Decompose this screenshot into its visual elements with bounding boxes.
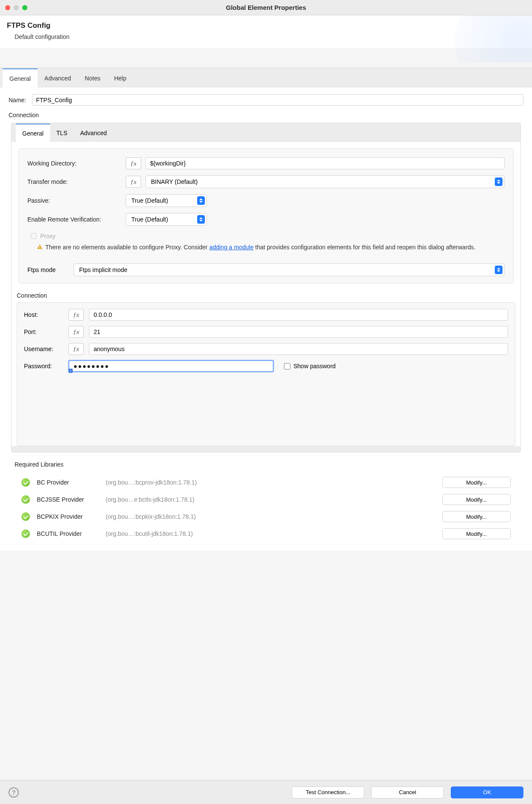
lib-detail: (org.bou…:bcprov-jdk18on:1.78.1) [106, 479, 435, 486]
ok-button[interactable]: OK [451, 786, 523, 798]
lib-row: BCUTIL Provider (org.bou…:bcutil-jdk18on… [21, 525, 511, 542]
lib-detail: (org.bou…:bcutil-jdk18on:1.78.1) [106, 530, 435, 537]
passive-label: Passive: [27, 197, 121, 204]
connection-general-group: Working Directory: ƒx Transfer mode: ƒx … [18, 148, 514, 284]
lib-row: BCPKIX Provider (org.bou…:bcpkix-jdk18on… [21, 508, 511, 525]
chevron-updown-icon [495, 177, 502, 186]
lib-name: BCJSSE Provider [37, 496, 99, 503]
test-connection-button[interactable]: Test Connection... [292, 786, 364, 798]
ftps-mode-select[interactable]: Ftps implicit mode [74, 263, 505, 276]
remote-verification-value: True (Default) [131, 216, 168, 223]
svg-rect-1 [39, 248, 40, 248]
remote-verification-label: Enable Remote Verification: [27, 216, 121, 223]
conn-tab-general[interactable]: General [16, 124, 50, 142]
cancel-button[interactable]: Cancel [371, 786, 444, 798]
tab-notes[interactable]: Notes [78, 68, 107, 87]
username-input[interactable] [89, 343, 508, 355]
required-libraries-panel: BC Provider (org.bou…:bcprov-jdk18on:1.7… [9, 474, 523, 546]
connection-inner-group: Host: ƒx Port: ƒx Username: ƒx Password: [17, 302, 515, 446]
proxy-checkbox [31, 233, 37, 239]
main-tabs: General Advanced Notes Help [0, 68, 532, 87]
tab-advanced[interactable]: Advanced [38, 68, 78, 87]
content-area: Name: Connection General TLS Advanced Wo… [0, 87, 532, 551]
fx-button-port[interactable]: ƒx [68, 326, 84, 338]
conn-tab-advanced[interactable]: Advanced [74, 123, 113, 141]
username-label: Username: [24, 346, 63, 352]
proxy-message: There are no elements available to confi… [30, 239, 502, 251]
chevron-updown-icon [495, 266, 502, 274]
required-libraries-label: Required Libraries [15, 461, 523, 468]
ftps-mode-value: Ftps implicit mode [79, 266, 127, 273]
ftps-mode-label: Ftps mode [27, 266, 67, 273]
transfer-mode-select[interactable]: BINARY (Default) [145, 175, 505, 188]
modify-button[interactable]: Modify... [442, 494, 511, 505]
help-icon[interactable]: ? [9, 787, 19, 798]
connection-inner-label: Connection [17, 292, 520, 299]
lib-name: BCPKIX Provider [37, 513, 99, 520]
window-title: Global Element Properties [0, 4, 532, 11]
conn-tab-tls[interactable]: TLS [50, 123, 74, 141]
tab-help[interactable]: Help [107, 68, 133, 87]
connection-panel: General TLS Advanced Working Directory: … [11, 123, 521, 452]
lib-name: BC Provider [37, 479, 99, 486]
password-input[interactable] [68, 360, 274, 372]
passive-value: True (Default) [131, 197, 168, 204]
proxy-checkbox-row: Proxy [30, 233, 502, 239]
name-label: Name: [9, 97, 26, 103]
transfer-mode-label: Transfer mode: [27, 178, 121, 185]
check-ok-icon [21, 478, 30, 487]
chevron-updown-icon [197, 215, 205, 224]
show-password-checkbox[interactable] [284, 363, 290, 369]
info-badge-icon: i [68, 369, 73, 373]
working-directory-input[interactable] [145, 157, 505, 169]
port-input[interactable] [89, 326, 508, 338]
check-ok-icon [21, 529, 30, 538]
svg-rect-0 [39, 245, 40, 247]
adding-module-link[interactable]: adding a module [209, 244, 254, 251]
fx-button-transfer-mode[interactable]: ƒx [126, 176, 141, 188]
proxy-label: Proxy [40, 233, 56, 239]
connection-label: Connection [9, 112, 523, 118]
host-input[interactable] [89, 309, 508, 321]
transfer-mode-value: BINARY (Default) [151, 178, 198, 185]
port-label: Port: [24, 328, 63, 335]
fx-button-username[interactable]: ƒx [68, 343, 84, 355]
lib-detail: (org.bou…e:bctls-jdk18on:1.78.1) [106, 496, 435, 503]
remote-verification-select[interactable]: True (Default) [126, 213, 207, 226]
lib-name: BCUTIL Provider [37, 530, 99, 537]
lib-detail: (org.bou…:bcpkix-jdk18on:1.78.1) [106, 513, 435, 520]
tab-general[interactable]: General [3, 68, 38, 87]
chevron-updown-icon [197, 196, 205, 205]
lib-row: BCJSSE Provider (org.bou…e:bctls-jdk18on… [21, 491, 511, 508]
name-input[interactable] [32, 94, 523, 106]
password-label: Password: [24, 363, 63, 369]
modify-button[interactable]: Modify... [442, 528, 511, 539]
titlebar: Global Element Properties [0, 0, 532, 15]
fx-button-host[interactable]: ƒx [68, 309, 84, 321]
show-password-label: Show password [293, 363, 336, 369]
modify-button[interactable]: Modify... [442, 511, 511, 522]
fx-button-working-dir[interactable]: ƒx [126, 157, 141, 169]
header-subtitle: Default configuration [7, 30, 525, 40]
host-label: Host: [24, 311, 63, 318]
header-section: FTPS Config Default configuration [0, 15, 532, 48]
header-title: FTPS Config [7, 21, 525, 30]
lib-row: BC Provider (org.bou…:bcprov-jdk18on:1.7… [21, 474, 511, 491]
passive-select[interactable]: True (Default) [126, 194, 207, 207]
working-directory-label: Working Directory: [27, 160, 121, 167]
check-ok-icon [21, 495, 30, 504]
warning-icon [37, 244, 43, 250]
footer: ? Test Connection... Cancel OK [0, 780, 532, 804]
check-ok-icon [21, 512, 30, 521]
modify-button[interactable]: Modify... [442, 477, 511, 488]
